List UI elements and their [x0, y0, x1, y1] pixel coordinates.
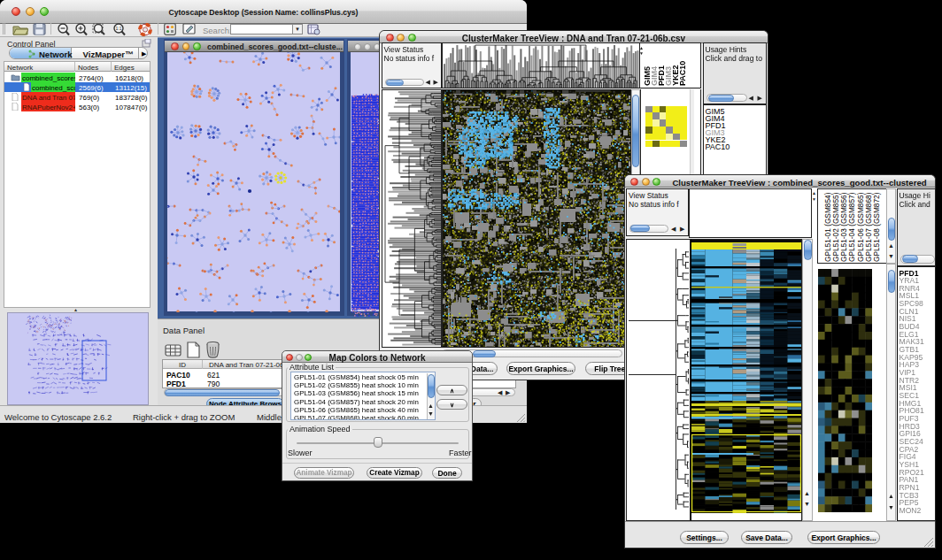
svg-text:1:1: 1:1	[116, 26, 122, 31]
